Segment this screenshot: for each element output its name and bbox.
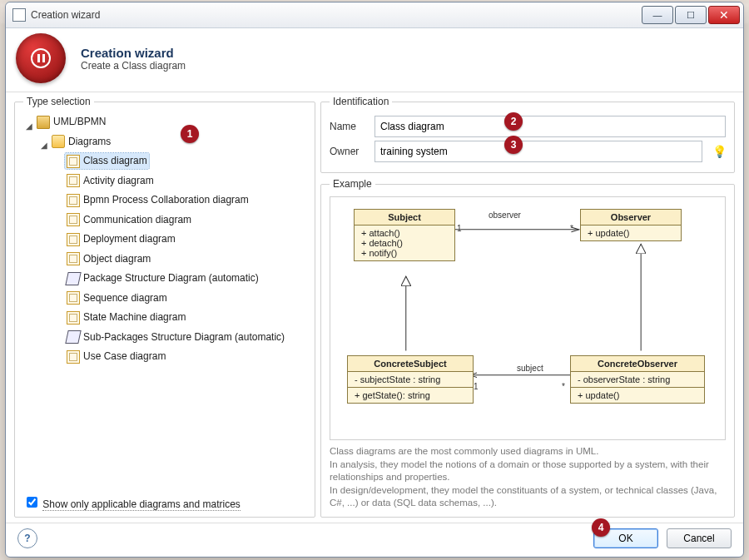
tree-item[interactable]: Bpmn Process Collaboration diagram xyxy=(65,192,250,208)
tree-root[interactable]: UML/BPMN xyxy=(35,114,107,130)
tree-item[interactable]: Class diagram xyxy=(65,153,149,169)
assoc-observer-m2: * xyxy=(570,224,573,233)
owner-input[interactable] xyxy=(374,141,702,162)
name-input[interactable] xyxy=(374,116,726,137)
example-preview: Subject + attach() + detach() + notify()… xyxy=(330,196,726,440)
name-label: Name xyxy=(330,121,368,132)
diagram-icon xyxy=(65,330,81,344)
diagram-icon xyxy=(67,194,80,207)
diagram-icon xyxy=(67,213,80,226)
close-button[interactable]: ✕ xyxy=(708,6,740,24)
assoc-observer-m1: 1 xyxy=(457,224,462,233)
tree-item[interactable]: Communication diagram xyxy=(65,212,193,228)
ok-button[interactable]: OK xyxy=(593,528,658,548)
wizard-title: Creation wizard xyxy=(81,46,186,60)
example-legend: Example xyxy=(330,178,375,190)
tree-item[interactable]: Package Structure Diagram (automatic) xyxy=(65,270,260,286)
maximize-button[interactable]: ☐ xyxy=(675,6,707,24)
diagram-icon xyxy=(67,291,80,305)
assoc-subject-name: subject xyxy=(517,364,543,373)
uml-subject: Subject + attach() + detach() + notify() xyxy=(354,209,455,261)
example-description: Class diagrams are the most commonly use… xyxy=(330,445,726,510)
type-selection-legend: Type selection xyxy=(23,96,94,107)
diagram-icon xyxy=(65,272,81,285)
diagram-icon xyxy=(67,155,80,168)
titlebar[interactable]: Creation wizard — ☐ ✕ xyxy=(6,2,743,28)
owner-label: Owner xyxy=(330,146,368,157)
tree-item[interactable]: Sub-Packages Structure Diagram (automati… xyxy=(65,330,286,345)
uml-concrete-subject: ConcreteSubject - subjectState : string … xyxy=(347,355,474,404)
type-tree[interactable]: ◢UML/BPMN◢DiagramsClass diagramActivity … xyxy=(23,112,306,491)
window-title: Creation wizard xyxy=(31,9,100,21)
wizard-subtitle: Create a Class diagram xyxy=(81,60,186,72)
app-icon xyxy=(12,8,26,22)
tree-item[interactable]: Deployment diagram xyxy=(65,231,177,247)
diagram-icon xyxy=(67,174,80,187)
wizard-icon xyxy=(16,33,66,83)
tree-item[interactable]: Object diagram xyxy=(65,251,152,267)
assoc-observer-name: observer xyxy=(489,211,521,220)
help-button[interactable]: ? xyxy=(17,528,37,548)
wizard-header: Creation wizard Create a Class diagram xyxy=(6,28,743,92)
tree-item[interactable]: State Machine diagram xyxy=(65,310,187,325)
identification-group: Identification Name Owner 💡 2 3 xyxy=(320,96,735,173)
cancel-button[interactable]: Cancel xyxy=(667,528,732,548)
type-selection-group: Type selection ◢UML/BPMN◢DiagramsClass d… xyxy=(14,96,315,518)
assoc-subject-m2: * xyxy=(562,382,565,391)
uml-observer: Observer + update() xyxy=(580,209,682,241)
tree-item[interactable]: Sequence diagram xyxy=(65,290,169,306)
diagram-icon xyxy=(67,233,80,246)
hint-icon[interactable]: 💡 xyxy=(712,145,726,158)
tree-item[interactable]: Use Case diagram xyxy=(65,349,167,364)
identification-legend: Identification xyxy=(330,96,392,107)
creation-wizard-window: Creation wizard — ☐ ✕ Creation wizard Cr… xyxy=(5,2,744,558)
diagram-icon xyxy=(67,350,80,364)
filter-label[interactable]: Show only applicable diagrams and matric… xyxy=(42,498,240,511)
diagram-icon xyxy=(67,252,80,265)
example-group: Example xyxy=(320,178,735,518)
uml-concrete-observer: ConcreteObserver - observerState : strin… xyxy=(570,355,705,404)
minimize-button[interactable]: — xyxy=(642,6,673,24)
tree-group-diagrams[interactable]: Diagrams xyxy=(50,134,112,150)
filter-checkbox[interactable] xyxy=(27,497,37,508)
assoc-subject-m1: 1 xyxy=(474,382,479,391)
dialog-footer: ? 4 OK Cancel xyxy=(6,523,743,557)
tree-item[interactable]: Activity diagram xyxy=(65,173,156,189)
diagram-icon xyxy=(67,311,80,325)
